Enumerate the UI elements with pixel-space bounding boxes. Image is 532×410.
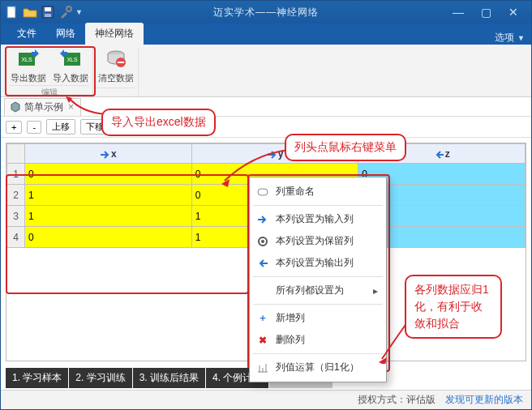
ctx-set-keep[interactable]: 本列设置为保留列 xyxy=(250,230,386,252)
import-data-button[interactable]: XLS 导入数据 xyxy=(52,48,89,84)
ctx-del-label: 删除列 xyxy=(276,333,305,347)
svg-rect-13 xyxy=(258,189,268,195)
bottom-tab-3[interactable]: 3. 训练后结果 xyxy=(133,368,205,388)
doc-tab-title: 简单示例 xyxy=(24,100,63,114)
cell[interactable]: 1 xyxy=(25,206,192,227)
delete-icon: ✖ xyxy=(256,334,269,347)
qat-dropdown-icon[interactable]: ▼ xyxy=(75,8,83,16)
cell[interactable]: 0 xyxy=(25,227,192,248)
options-dropdown-icon[interactable]: ▼ xyxy=(517,34,525,42)
options-label[interactable]: 选项 xyxy=(495,31,514,45)
svg-point-15 xyxy=(261,240,264,243)
callout-header: 列头点鼠标右键菜单 xyxy=(285,134,406,161)
window-title: 迈实学术——神经网络 xyxy=(213,6,319,19)
submenu-arrow-icon: ▸ xyxy=(373,285,378,297)
column-context-menu: 列重命名 本列设置为输入列 本列设置为保留列 本列设置为输出列 所有列都设置为 … xyxy=(249,177,387,382)
ctx-add-label: 新增列 xyxy=(276,311,305,325)
ctx-normalize-label: 列值运算（归1化） xyxy=(276,361,359,374)
keep-col-icon xyxy=(256,235,269,248)
maximize-button[interactable]: ▢ xyxy=(474,4,497,20)
input-col-icon xyxy=(267,149,277,159)
svg-point-5 xyxy=(66,6,71,11)
menu-file[interactable]: 文件 xyxy=(7,23,46,45)
bottom-tab-2[interactable]: 2. 学习训练 xyxy=(69,368,131,388)
ctx-set-output[interactable]: 本列设置为输出列 xyxy=(250,252,386,274)
ctx-output-label: 本列设置为输出列 xyxy=(276,256,354,270)
ribbon-group-name: 编辑 xyxy=(9,85,89,98)
bottom-tab-1[interactable]: 1. 学习样本 xyxy=(6,368,68,388)
cell[interactable]: 1 xyxy=(25,185,192,206)
tab-close-icon[interactable]: × xyxy=(66,101,75,113)
ctx-rename[interactable]: 列重命名 xyxy=(250,181,386,203)
save-icon[interactable] xyxy=(40,4,56,20)
plus-icon: ＋ xyxy=(256,312,269,325)
import-label: 导入数据 xyxy=(53,72,88,84)
ctx-normalize[interactable]: 列值运算（归1化） xyxy=(250,357,386,378)
output-col-icon xyxy=(434,149,444,159)
ctx-add-col[interactable]: ＋ 新增列 xyxy=(250,307,386,329)
open-folder-icon[interactable] xyxy=(22,4,38,20)
remove-row-button[interactable]: - xyxy=(27,121,41,134)
ctx-rename-label: 列重命名 xyxy=(276,185,315,199)
export-data-button[interactable]: XLS 导出数据 xyxy=(10,48,47,84)
ctx-keep-label: 本列设置为保留列 xyxy=(276,234,354,248)
col-header-label: z xyxy=(445,148,450,160)
col-header-label: y xyxy=(278,148,284,160)
close-button[interactable]: ✕ xyxy=(502,4,525,20)
row-index: 3 xyxy=(7,206,25,227)
update-link[interactable]: 发现可更新的版本 xyxy=(445,393,523,407)
tools-icon[interactable] xyxy=(58,4,74,20)
document-tab[interactable]: 简单示例 × xyxy=(4,98,81,116)
ctx-all-label: 所有列都设置为 xyxy=(276,284,344,297)
rename-icon xyxy=(256,186,269,199)
move-up-button[interactable]: 上移 xyxy=(46,119,75,135)
output-col-icon xyxy=(256,257,269,270)
minimize-button[interactable]: — xyxy=(447,4,470,20)
svg-text:XLS: XLS xyxy=(66,57,78,62)
column-header-x[interactable]: x xyxy=(25,144,192,164)
clear-label: 清空数据 xyxy=(98,72,134,84)
row-index: 1 xyxy=(7,164,25,185)
col-header-label: x xyxy=(111,148,117,160)
cell[interactable]: 0 xyxy=(25,164,192,185)
svg-text:XLS: XLS xyxy=(21,57,32,62)
svg-rect-3 xyxy=(45,7,51,11)
export-label: 导出数据 xyxy=(11,72,46,84)
row-index: 2 xyxy=(7,185,25,206)
add-row-button[interactable]: + xyxy=(6,121,22,134)
input-col-icon xyxy=(256,213,269,226)
license-label: 授权方式：评估版 xyxy=(358,393,435,407)
ctx-set-all[interactable]: 所有列都设置为 ▸ xyxy=(250,280,386,301)
normalize-icon xyxy=(256,361,269,374)
callout-excel: 导入导出excel数据 xyxy=(101,109,216,136)
ctx-del-col[interactable]: ✖ 删除列 xyxy=(250,329,386,351)
cube-icon xyxy=(10,101,21,113)
new-file-icon[interactable] xyxy=(4,4,20,20)
menu-network[interactable]: 网络 xyxy=(46,23,85,45)
clear-data-button[interactable]: 清空数据 xyxy=(97,48,135,84)
svg-rect-12 xyxy=(118,62,124,63)
row-index: 4 xyxy=(7,227,25,248)
ctx-input-label: 本列设置为输入列 xyxy=(276,212,354,226)
menu-neural[interactable]: 神经网络 xyxy=(85,23,144,45)
ctx-set-input[interactable]: 本列设置为输入列 xyxy=(250,208,386,230)
input-col-icon xyxy=(100,149,109,159)
svg-rect-4 xyxy=(45,14,51,17)
callout-normalize: 各列数据应归1化，有利于收敛和拟合 xyxy=(405,275,502,339)
